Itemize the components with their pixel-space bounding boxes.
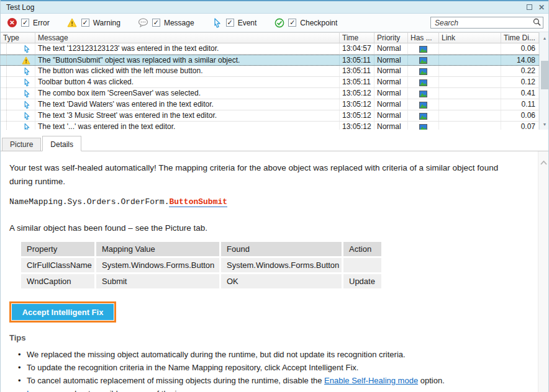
has-picture-icon [408,122,439,130]
message-icon [138,18,148,28]
log-row[interactable]: The "ButtonSubmit" object was replaced w… [1,55,539,66]
log-cell: Normal [374,77,408,87]
log-cell: 13:05:11 [340,66,374,76]
log-cell: Normal [374,88,408,99]
filter-event: ✓ Event [212,18,257,28]
log-cell [439,77,501,87]
event-icon [1,99,35,110]
column-header[interactable]: Type [1,33,35,43]
search-input[interactable] [435,19,533,27]
similar-object-text: A similar object has been found – see th… [9,223,524,233]
log-rows: The text '123123123123' was entered in t… [1,43,539,130]
column-header[interactable]: Has ... [408,33,439,43]
float-window-icon[interactable] [527,4,532,10]
tab-picture[interactable]: Picture [2,138,41,151]
mapping-cell: OK [221,274,342,288]
log-cell: The text '...' was entered in the text e… [35,122,340,130]
column-header[interactable]: Link [439,33,501,43]
mapping-cell: System.Windows.Forms.Button [221,258,342,272]
log-cell: Normal [374,122,408,130]
log-row[interactable]: The text '...' was entered in the text e… [1,122,539,130]
log-cell [439,55,501,65]
accept-intelligent-fix-button[interactable]: Accept Intelligent Fix [9,301,116,323]
mapping-cell [343,258,381,272]
log-cell [439,88,501,99]
log-row[interactable]: The text '123123123123' was entered in t… [1,43,539,55]
search-box [430,17,543,29]
log-scrollbar[interactable]: ▲ ▼ [539,32,548,130]
scroll-up-icon[interactable]: ▲ [540,33,549,42]
button-submit-link[interactable]: ButtonSubmit [169,197,227,207]
log-cell [439,66,501,76]
tips-title: Tips [9,333,524,342]
scroll-thumb[interactable] [541,61,548,89]
details-tabbar: Picture Details [1,135,548,151]
log-cell: Normal [374,99,408,110]
checkpoint-checkbox[interactable]: ✓ [288,19,296,27]
event-icon [1,122,35,130]
filter-label: Checkpoint [300,19,337,27]
log-cell: 14.08 [501,55,539,65]
splitter [1,130,548,135]
tips-list: We replaced the missing object automatic… [9,348,524,392]
mapping-column-header: Property [21,242,94,256]
checkpoint-icon [274,18,284,28]
details-scroll-up-icon[interactable] [540,156,547,167]
column-header[interactable]: Time Di... [501,33,539,43]
details-scrollbar[interactable] [538,151,548,392]
error-checkbox[interactable]: ✓ [21,19,29,27]
filter-label: Warning [93,19,120,27]
filter-toolbar: ✕ ✓ Error ✓ Warning ✓ Message ✓ Event [1,14,548,32]
tip-item: We replaced the missing object automatic… [9,348,524,361]
titlebar: Test Log ✕ [1,0,548,14]
event-icon [1,43,35,54]
log-row[interactable]: The combo box item 'ScreenSaver' was sel… [1,88,539,99]
log-table-header: TypeMessageTimePriorityHas ...LinkTime D… [1,32,539,43]
event-checkbox[interactable]: ✓ [226,19,234,27]
tip-item: To cancel automatic replacement of missi… [9,374,524,387]
tip-link[interactable]: Learn more [27,389,68,392]
log-cell [439,122,501,130]
log-cell: 13:05:12 [340,88,374,99]
log-cell: Normal [374,55,408,65]
log-cell: 0.06 [501,43,539,54]
column-header[interactable]: Time [340,33,374,43]
filter-label: Error [33,19,50,27]
error-icon: ✕ [7,18,17,28]
column-header[interactable]: Priority [374,33,408,43]
column-header[interactable]: Message [35,33,340,43]
event-icon [1,110,35,121]
mapping-cell: Update [343,274,381,288]
log-cell: The text 'David Waters' was entered in t… [35,99,340,110]
log-row[interactable]: The text '3 Music Street' was entered in… [1,110,539,122]
mapping-column-header: Mapping Value [96,242,219,256]
log-cell: 13:05:12 [340,110,374,121]
event-icon [1,77,35,87]
warning-checkbox[interactable]: ✓ [81,19,89,27]
warning-icon [67,18,78,28]
filter-message: ✓ Message [138,18,194,28]
scroll-down-icon[interactable]: ▼ [540,120,549,128]
log-cell: The button was clicked with the left mou… [35,66,340,76]
search-icon [533,17,541,29]
log-row[interactable]: Toolbar button 4 was clicked.13:05:11Nor… [1,77,539,88]
filter-label: Message [164,19,194,27]
tip-item: Learn more about possible causes of the … [9,387,524,392]
self-healed-text: Your test was self-healed automatically!… [9,161,524,189]
mapping-cell: ClrFullClassName [21,258,94,272]
log-cell: Normal [374,43,408,54]
close-icon[interactable]: ✕ [538,4,545,11]
log-row[interactable]: The button was clicked with the left mou… [1,66,539,77]
log-cell: 13:05:12 [340,122,374,130]
log-cell: 13:04:57 [340,43,374,54]
filter-checkpoint: ✓ Checkpoint [274,18,337,28]
log-cell: 0.11 [501,99,539,110]
tab-details[interactable]: Details [42,136,81,151]
log-row[interactable]: The text 'David Waters' was entered in t… [1,99,539,110]
log-cell: 13:05:11 [340,55,374,65]
has-picture-icon [408,66,439,76]
test-log-panel: Test Log ✕ ✕ ✓ Error ✓ Warning ✓ Message [0,0,549,392]
message-checkbox[interactable]: ✓ [152,19,160,27]
tip-link[interactable]: Enable Self-Healing mode [324,376,418,385]
log-cell [439,110,501,121]
